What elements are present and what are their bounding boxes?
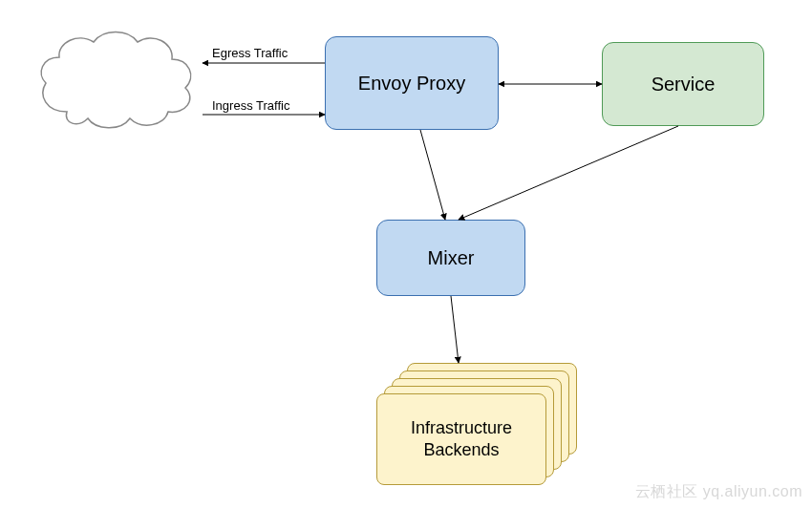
envoy-proxy-node: Envoy Proxy xyxy=(325,36,499,130)
infra-label-line1: Infrastructure xyxy=(411,418,512,437)
ingress-traffic-label: Ingress Traffic xyxy=(212,98,289,113)
mixer-label: Mixer xyxy=(428,247,475,269)
cloud-node xyxy=(29,21,201,145)
edge-mixer-infra xyxy=(451,296,459,363)
watermark: 云栖社区 yq.aliyun.com xyxy=(635,482,802,502)
edge-envoy-mixer xyxy=(420,130,445,220)
envoy-proxy-label: Envoy Proxy xyxy=(358,73,465,95)
service-node: Service xyxy=(602,42,764,126)
service-label: Service xyxy=(652,74,716,95)
egress-traffic-label: Egress Traffic xyxy=(212,46,288,60)
edge-service-mixer xyxy=(459,126,678,220)
mixer-node: Mixer xyxy=(376,220,525,296)
infra-label-line2: Backends xyxy=(423,440,499,459)
infra-backends-node: Infrastructure Backends xyxy=(376,393,546,485)
